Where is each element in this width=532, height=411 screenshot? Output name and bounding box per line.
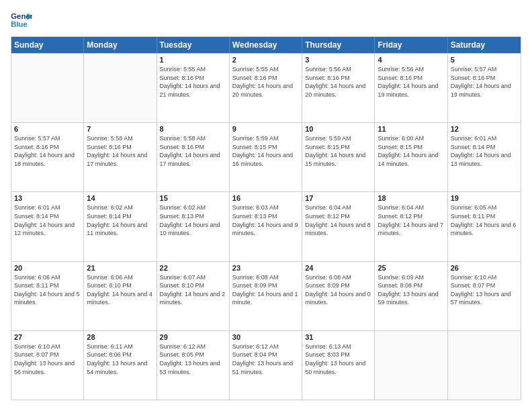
weekday-header: Thursday [302, 37, 375, 53]
calendar-cell: 24Sunrise: 6:08 AM Sunset: 8:09 PM Dayli… [302, 262, 375, 330]
day-number: 11 [378, 125, 444, 133]
calendar-cell: 14Sunrise: 6:02 AM Sunset: 8:14 PM Dayli… [84, 192, 157, 261]
calendar-cell [84, 54, 157, 122]
calendar-cell: 6Sunrise: 5:57 AM Sunset: 8:16 PM Daylig… [11, 123, 84, 191]
cell-info: Sunrise: 6:02 AM Sunset: 8:14 PM Dayligh… [87, 203, 153, 237]
day-number: 7 [87, 125, 153, 133]
cell-info: Sunrise: 5:55 AM Sunset: 8:16 PM Dayligh… [232, 65, 299, 99]
calendar-cell: 31Sunrise: 6:13 AM Sunset: 8:03 PM Dayli… [302, 331, 375, 400]
weekday-header: Saturday [448, 37, 521, 53]
cell-info: Sunrise: 6:06 AM Sunset: 8:10 PM Dayligh… [87, 273, 153, 307]
cell-info: Sunrise: 5:58 AM Sunset: 8:16 PM Dayligh… [160, 134, 226, 168]
cell-info: Sunrise: 6:01 AM Sunset: 8:14 PM Dayligh… [451, 134, 518, 168]
day-number: 25 [378, 264, 444, 272]
day-number: 28 [87, 333, 153, 341]
day-number: 16 [232, 194, 299, 202]
calendar-cell: 23Sunrise: 6:08 AM Sunset: 8:09 PM Dayli… [230, 262, 302, 330]
day-number: 20 [14, 264, 81, 272]
day-number: 26 [451, 264, 518, 272]
calendar-cell: 28Sunrise: 6:11 AM Sunset: 8:06 PM Dayli… [84, 331, 157, 400]
cell-info: Sunrise: 5:57 AM Sunset: 8:16 PM Dayligh… [451, 65, 518, 99]
calendar-cell: 10Sunrise: 5:59 AM Sunset: 8:15 PM Dayli… [302, 123, 375, 191]
day-number: 15 [160, 194, 226, 202]
day-number: 9 [232, 125, 299, 133]
day-number: 23 [232, 264, 299, 272]
calendar-cell: 17Sunrise: 6:04 AM Sunset: 8:12 PM Dayli… [302, 192, 375, 261]
day-number: 22 [160, 264, 226, 272]
cell-info: Sunrise: 6:06 AM Sunset: 8:11 PM Dayligh… [14, 273, 81, 307]
day-number: 30 [232, 333, 299, 341]
day-number: 6 [14, 125, 81, 133]
cell-info: Sunrise: 5:57 AM Sunset: 8:16 PM Dayligh… [14, 134, 81, 168]
cell-info: Sunrise: 5:56 AM Sunset: 8:16 PM Dayligh… [378, 65, 444, 99]
calendar-cell: 12Sunrise: 6:01 AM Sunset: 8:14 PM Dayli… [448, 123, 521, 191]
calendar-cell: 11Sunrise: 6:00 AM Sunset: 8:15 PM Dayli… [375, 123, 447, 191]
cell-info: Sunrise: 6:07 AM Sunset: 8:10 PM Dayligh… [160, 273, 226, 307]
day-number: 1 [160, 56, 226, 64]
calendar-cell: 7Sunrise: 5:58 AM Sunset: 8:16 PM Daylig… [84, 123, 157, 191]
cell-info: Sunrise: 6:01 AM Sunset: 8:14 PM Dayligh… [14, 203, 81, 237]
header: General Blue [11, 11, 521, 30]
day-number: 2 [232, 56, 299, 64]
logo-icon: General Blue [11, 11, 32, 30]
cell-info: Sunrise: 5:59 AM Sunset: 8:15 PM Dayligh… [305, 134, 371, 168]
day-number: 29 [160, 333, 226, 341]
day-number: 4 [378, 56, 444, 64]
weekday-header: Friday [375, 37, 447, 53]
logo: General Blue [11, 11, 32, 30]
weekday-header: Sunday [11, 37, 84, 53]
day-number: 31 [305, 333, 371, 341]
day-number: 10 [305, 125, 371, 133]
calendar-cell: 25Sunrise: 6:09 AM Sunset: 8:08 PM Dayli… [375, 262, 447, 330]
calendar-cell: 27Sunrise: 6:10 AM Sunset: 8:07 PM Dayli… [11, 331, 84, 400]
calendar-cell: 18Sunrise: 6:04 AM Sunset: 8:12 PM Dayli… [375, 192, 447, 261]
calendar-cell: 2Sunrise: 5:55 AM Sunset: 8:16 PM Daylig… [230, 54, 302, 122]
day-number: 21 [87, 264, 153, 272]
calendar-cell: 19Sunrise: 6:05 AM Sunset: 8:11 PM Dayli… [448, 192, 521, 261]
calendar-row: 6Sunrise: 5:57 AM Sunset: 8:16 PM Daylig… [11, 122, 521, 191]
day-number: 18 [378, 194, 444, 202]
cell-info: Sunrise: 6:10 AM Sunset: 8:07 PM Dayligh… [451, 273, 518, 307]
calendar-cell: 13Sunrise: 6:01 AM Sunset: 8:14 PM Dayli… [11, 192, 84, 261]
cell-info: Sunrise: 6:09 AM Sunset: 8:08 PM Dayligh… [378, 273, 444, 307]
weekday-header: Monday [84, 37, 157, 53]
calendar-row: 13Sunrise: 6:01 AM Sunset: 8:14 PM Dayli… [11, 191, 521, 261]
calendar-cell: 22Sunrise: 6:07 AM Sunset: 8:10 PM Dayli… [157, 262, 230, 330]
day-number: 17 [305, 194, 371, 202]
calendar-header: SundayMondayTuesdayWednesdayThursdayFrid… [11, 37, 521, 53]
day-number: 3 [305, 56, 371, 64]
cell-info: Sunrise: 6:04 AM Sunset: 8:12 PM Dayligh… [378, 203, 444, 237]
day-number: 24 [305, 264, 371, 272]
calendar-cell: 26Sunrise: 6:10 AM Sunset: 8:07 PM Dayli… [448, 262, 521, 330]
weekday-header: Wednesday [230, 37, 302, 53]
cell-info: Sunrise: 6:13 AM Sunset: 8:03 PM Dayligh… [305, 342, 371, 376]
cell-info: Sunrise: 6:02 AM Sunset: 8:13 PM Dayligh… [160, 203, 226, 237]
cell-info: Sunrise: 6:00 AM Sunset: 8:15 PM Dayligh… [378, 134, 444, 168]
svg-text:Blue: Blue [11, 20, 28, 28]
cell-info: Sunrise: 6:10 AM Sunset: 8:07 PM Dayligh… [14, 342, 81, 376]
calendar-row: 1Sunrise: 5:55 AM Sunset: 8:16 PM Daylig… [11, 53, 521, 122]
weekday-header: Tuesday [157, 37, 230, 53]
cell-info: Sunrise: 6:03 AM Sunset: 8:13 PM Dayligh… [232, 203, 299, 237]
cell-info: Sunrise: 6:04 AM Sunset: 8:12 PM Dayligh… [305, 203, 371, 237]
cell-info: Sunrise: 6:08 AM Sunset: 8:09 PM Dayligh… [305, 273, 371, 307]
calendar-cell: 4Sunrise: 5:56 AM Sunset: 8:16 PM Daylig… [375, 54, 447, 122]
calendar-cell [375, 331, 447, 400]
cell-info: Sunrise: 6:12 AM Sunset: 8:05 PM Dayligh… [160, 342, 226, 376]
day-number: 13 [14, 194, 81, 202]
cell-info: Sunrise: 5:58 AM Sunset: 8:16 PM Dayligh… [87, 134, 153, 168]
calendar-cell: 29Sunrise: 6:12 AM Sunset: 8:05 PM Dayli… [157, 331, 230, 400]
calendar-cell: 20Sunrise: 6:06 AM Sunset: 8:11 PM Dayli… [11, 262, 84, 330]
cell-info: Sunrise: 6:11 AM Sunset: 8:06 PM Dayligh… [87, 342, 153, 376]
day-number: 8 [160, 125, 226, 133]
day-number: 19 [451, 194, 518, 202]
calendar-row: 27Sunrise: 6:10 AM Sunset: 8:07 PM Dayli… [11, 330, 521, 400]
cell-info: Sunrise: 5:56 AM Sunset: 8:16 PM Dayligh… [305, 65, 371, 99]
calendar-cell [11, 54, 84, 122]
cell-info: Sunrise: 6:08 AM Sunset: 8:09 PM Dayligh… [232, 273, 299, 307]
calendar-cell [448, 331, 521, 400]
calendar-cell: 3Sunrise: 5:56 AM Sunset: 8:16 PM Daylig… [302, 54, 375, 122]
cell-info: Sunrise: 5:55 AM Sunset: 8:16 PM Dayligh… [160, 65, 226, 99]
calendar-body: 1Sunrise: 5:55 AM Sunset: 8:16 PM Daylig… [11, 53, 521, 400]
day-number: 14 [87, 194, 153, 202]
